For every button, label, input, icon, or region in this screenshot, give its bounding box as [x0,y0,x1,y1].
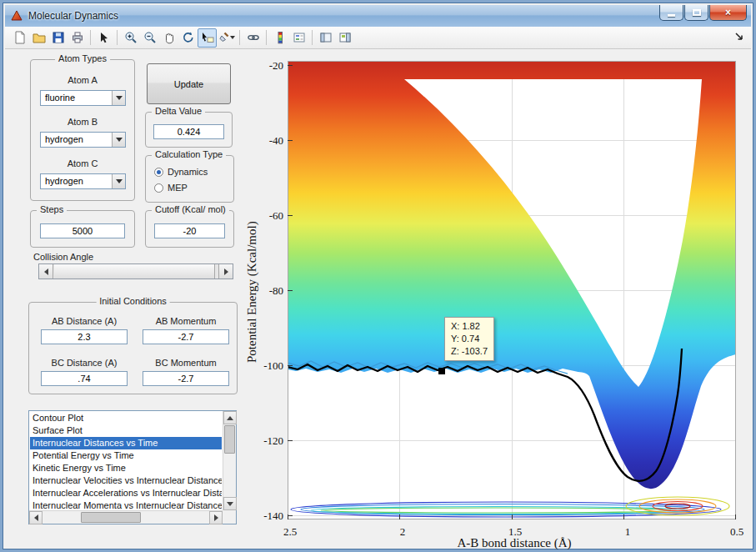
x-tick: 2.5 [272,525,308,539]
close-button[interactable]: × [709,5,747,21]
save-floppy-icon [52,31,65,44]
pan-button[interactable] [159,28,178,48]
toolbar-overflow-arrow[interactable] [734,32,744,42]
list-item[interactable]: Internuclear Velocities vs Internuclear … [30,474,222,487]
zoom-out-button[interactable] [140,28,159,48]
maximize-button[interactable] [684,5,708,21]
list-item[interactable]: Internuclear Accelerations vs Internucle… [30,487,222,499]
atom-b-label: Atom B [31,117,134,127]
list-item[interactable]: Surface Plot [30,424,222,437]
scroll-down-button[interactable] [223,497,237,510]
main-window: Molecular Dynamics × At [0,0,756,552]
chevron-down-icon[interactable] [112,174,125,188]
toolbar-separator [266,30,267,45]
print-figure-button[interactable] [68,28,87,48]
toolbar-separator [117,30,118,45]
chevron-down-icon[interactable] [112,91,125,105]
scroll-right-button[interactable] [209,511,223,524]
minimize-icon [668,14,675,17]
titlebar[interactable]: Molecular Dynamics × [5,5,751,27]
data-cursor-marker[interactable] [438,368,445,374]
y-tick: -120 [257,434,283,448]
data-cursor-button[interactable] [198,28,217,48]
show-plot-tools-button[interactable] [335,28,354,48]
atom-types-legend: Atom Types [55,53,110,63]
chevron-down-icon[interactable] [112,133,125,147]
toolbar-separator [90,30,91,45]
atom-c-select[interactable]: hydrogen [40,173,126,189]
bc-distance-label: BC Distance (A) [36,358,133,368]
ab-distance-label: AB Distance (A) [36,316,133,326]
steps-panel: Steps [30,210,135,248]
atom-b-select[interactable]: hydrogen [40,132,126,148]
delta-value-input[interactable] [153,124,224,139]
minimize-button[interactable] [659,5,683,21]
y-tick: -80 [257,284,283,298]
slider-thumb[interactable] [54,264,215,279]
initial-conditions-legend: Initial Conditions [96,296,170,306]
collision-angle-slider[interactable] [38,263,233,279]
radio-mep[interactable] [154,183,163,193]
ab-distance-input[interactable] [41,329,128,344]
brush-button[interactable] [217,28,236,48]
brush-dropdown-icon[interactable] [230,36,235,39]
insert-legend-button[interactable] [289,28,308,48]
cursor-arrow-icon [98,31,111,44]
link-plot-button[interactable] [243,28,263,48]
collision-angle-label: Collision Angle [33,252,93,262]
slider-left-arrow[interactable] [39,264,53,279]
list-item[interactable]: Potential Energy vs Time [30,449,222,462]
y-tick: -140 [257,509,283,523]
horizontal-scroll-thumb[interactable] [81,512,141,523]
plot-type-listbox[interactable]: Contour Plot Surface Plot Internuclear D… [28,410,237,524]
bc-momentum-label: BC Momentum [138,358,234,368]
scroll-left-button[interactable] [29,511,43,524]
open-folder-icon [33,31,46,44]
x-axis-label: A-B bond distance (Å) [406,536,623,550]
new-figure-button[interactable] [10,28,29,48]
brush-icon [218,31,229,44]
atom-a-select[interactable]: fluorine [40,90,126,106]
y-tick: -20 [257,59,283,73]
list-item[interactable]: Kinetic Energy vs Time [30,462,222,474]
datatip: X: 1.82 Y: 0.74 Z: -103.7 [444,317,494,361]
vertical-scroll-thumb[interactable] [224,425,235,454]
app-icon [10,9,23,23]
cutoff-input[interactable] [154,223,225,238]
bc-distance-input[interactable] [41,371,128,386]
insert-colorbar-button[interactable] [270,28,289,48]
scroll-up-button[interactable] [223,411,237,424]
horizontal-scrollbar[interactable] [29,510,223,524]
printer-icon [71,31,84,44]
steps-input[interactable] [40,223,125,238]
save-figure-button[interactable] [48,28,68,48]
rotate-3d-button[interactable] [178,28,198,48]
figure-toolbar [5,27,751,49]
ab-momentum-input[interactable] [143,329,229,344]
zoom-out-icon [143,31,157,44]
figure-content: Atom Types Atom A fluorine Atom B hydrog… [5,49,751,547]
calculation-type-legend: Calculation Type [152,149,226,159]
list-item[interactable]: Contour Plot [30,412,222,424]
show-plot-tools-icon [338,31,352,44]
atom-a-label: Atom A [31,75,134,85]
bc-momentum-input[interactable] [143,371,229,386]
radio-dynamics[interactable] [154,168,163,177]
steps-legend: Steps [37,204,67,214]
slider-right-arrow[interactable] [218,264,233,279]
list-item-selected[interactable]: Internuclear Distances vs Time [30,437,222,449]
zoom-in-button[interactable] [121,28,140,48]
datatip-x: X: 1.82 [451,320,488,333]
zoom-in-icon [124,31,138,44]
open-file-button[interactable] [29,28,48,48]
hide-plot-tools-button[interactable] [316,28,335,48]
scrollbar-corner [223,510,236,524]
edit-plot-button[interactable] [94,28,113,48]
vertical-scrollbar[interactable] [223,411,236,510]
colorbar-icon [273,31,287,44]
list-item[interactable]: Internuclear Momenta vs Internuclear Dis… [30,499,222,509]
plot-area[interactable] [288,61,736,519]
maximize-icon [693,9,701,16]
update-button[interactable]: Update [147,63,231,104]
data-cursor-icon [201,31,214,44]
